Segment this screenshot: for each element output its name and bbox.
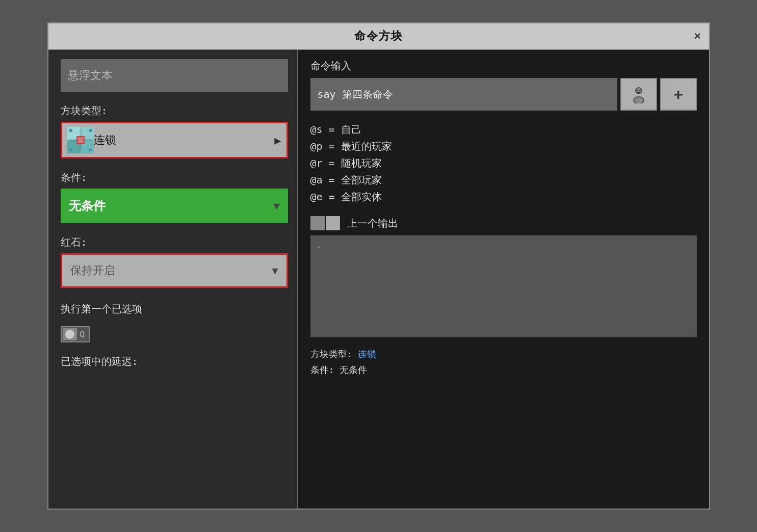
execute-first-toggle[interactable]: O — [61, 326, 90, 342]
redstone-value: 保持开启 — [70, 263, 115, 278]
bottom-info: 方块类型: 连锁 条件: 无条件 — [310, 347, 697, 378]
bottom-condition-value: 无条件 — [340, 364, 367, 375]
close-button[interactable]: × — [694, 30, 701, 43]
bottom-block-type-value: 连锁 — [358, 349, 376, 359]
svg-rect-9 — [89, 129, 92, 132]
player-icon — [630, 85, 648, 103]
block-type-label: 方块类型: — [61, 104, 288, 118]
hint-random: @r = 随机玩家 — [310, 156, 697, 170]
execute-first-toggle-row: O — [61, 326, 288, 342]
toggle-off-segment — [63, 328, 77, 340]
svg-rect-8 — [69, 129, 72, 132]
bottom-block-type-row: 方块类型: 连锁 — [310, 347, 697, 362]
command-block-dialog: 命令方块 × 悬浮文本 方块类型: — [47, 22, 710, 510]
output-toggle[interactable] — [310, 216, 340, 230]
delay-label: 已选项中的延迟: — [61, 355, 288, 368]
svg-rect-13 — [69, 139, 92, 141]
right-panel: 命令输入 — [298, 50, 709, 509]
execute-first-label: 执行第一个已选项 — [61, 302, 142, 316]
redstone-label: 红石: — [61, 235, 288, 249]
block-type-selector[interactable]: 连锁 ▶ — [61, 122, 288, 158]
condition-selector[interactable]: 无条件 ▼ — [61, 189, 288, 223]
redstone-dropdown-icon: ▼ — [272, 264, 278, 277]
svg-rect-18 — [637, 90, 638, 91]
cmd-input-label: 命令输入 — [310, 59, 697, 73]
cmd-input-row: + — [310, 78, 697, 111]
redstone-selector[interactable]: 保持开启 ▼ — [61, 253, 288, 288]
svg-rect-10 — [69, 148, 72, 151]
output-toggle-seg2 — [326, 216, 340, 230]
chain-block-icon — [67, 127, 94, 153]
selector-hints: @s = 自己 @p = 最近的玩家 @r = 随机玩家 @a = 全部玩家 @… — [310, 123, 697, 204]
output-toggle-seg1 — [310, 216, 325, 230]
toggle-off-label: O — [77, 330, 88, 339]
svg-point-17 — [634, 97, 643, 103]
hint-nearest: @p = 最近的玩家 — [310, 140, 697, 153]
svg-rect-20 — [637, 92, 640, 93]
toggle-circle — [65, 330, 74, 339]
hint-all-players: @a = 全部玩家 — [310, 173, 697, 187]
add-icon: + — [673, 85, 683, 104]
svg-rect-19 — [639, 90, 641, 91]
dialog-title: 命令方块 — [354, 29, 403, 44]
left-panel: 悬浮文本 方块类型: — [48, 50, 298, 509]
title-bar: 命令方块 × — [48, 23, 709, 50]
hint-self: @s = 自己 — [310, 123, 697, 137]
execute-first-row: 执行第一个已选项 — [61, 302, 288, 316]
condition-label: 条件: — [61, 171, 288, 184]
hint-all-entities: @e = 全部实体 — [310, 190, 697, 204]
svg-rect-11 — [89, 148, 92, 151]
last-output-label: 上一个输出 — [347, 217, 398, 230]
hover-text-field[interactable]: 悬浮文本 — [61, 59, 288, 92]
block-type-value: 连锁 — [94, 132, 275, 148]
add-button[interactable]: + — [660, 78, 697, 111]
condition-dropdown-icon: ▼ — [273, 200, 279, 212]
dialog-body: 悬浮文本 方块类型: — [48, 50, 709, 509]
player-select-button[interactable] — [620, 78, 657, 111]
bottom-condition-label: 条件: — [310, 364, 340, 375]
cmd-input-field[interactable] — [310, 78, 617, 111]
condition-value: 无条件 — [69, 198, 106, 214]
output-row: 上一个输出 — [310, 216, 697, 230]
hover-text-placeholder: 悬浮文本 — [68, 68, 113, 83]
output-box: - — [310, 235, 697, 337]
bottom-condition-row: 条件: 无条件 — [310, 362, 697, 378]
output-value: - — [317, 241, 322, 251]
bottom-block-type-label: 方块类型: — [310, 349, 358, 359]
block-type-arrow-icon: ▶ — [274, 134, 281, 147]
